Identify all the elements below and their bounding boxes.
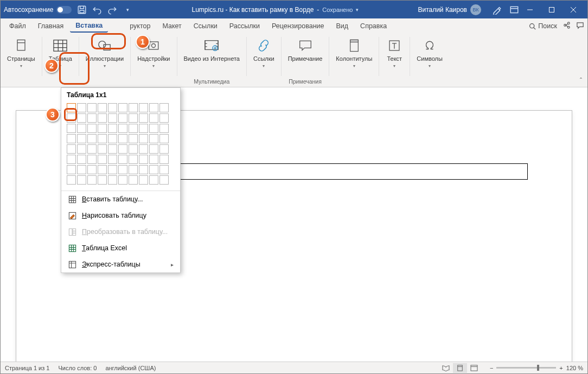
comments-icon[interactable] [576,21,584,31]
zoom-value[interactable]: 120 % [566,365,583,371]
grid-cell[interactable] [77,134,86,143]
grid-cell[interactable] [129,134,138,143]
grid-cell[interactable] [149,124,158,133]
illustrations-button[interactable]: Иллюстрации ▾ [82,36,127,69]
grid-cell[interactable] [98,175,107,185]
grid-cell[interactable] [77,113,86,123]
tab-help[interactable]: Справка [355,20,392,32]
grid-cell[interactable] [87,155,97,164]
grid-cell[interactable] [149,165,158,174]
grid-cell[interactable] [118,124,127,133]
grid-cell[interactable] [129,124,138,133]
grid-cell[interactable] [108,175,117,185]
online-video-button[interactable]: Видео из Интернета [181,36,243,64]
grid-cell[interactable] [87,165,97,174]
undo-icon[interactable] [92,5,102,15]
links-button[interactable]: Ссылки ▾ [250,36,278,69]
quick-tables-item[interactable]: Экспресс-таблицы ▸ [61,256,180,272]
insert-table-item[interactable]: Вставить таблицу... [61,191,180,207]
grid-cell[interactable] [87,144,97,154]
close-button[interactable] [563,1,584,18]
inserted-frame[interactable] [169,163,528,180]
grid-cell[interactable] [87,113,97,123]
tab-mailings[interactable]: Рассылки [224,20,265,32]
redo-icon[interactable] [107,5,117,15]
qat-more-icon[interactable]: ▾ [123,5,132,15]
comment-button[interactable]: Примечание [285,36,326,64]
grid-cell[interactable] [87,103,97,112]
language-indicator[interactable]: английский (США) [105,365,156,371]
grid-cell[interactable] [149,155,158,164]
grid-cell[interactable] [87,134,97,143]
grid-cell[interactable] [77,144,86,154]
grid-cell[interactable] [77,175,86,185]
grid-cell[interactable] [139,144,148,154]
grid-cell[interactable] [77,155,86,164]
grid-cell[interactable] [108,134,117,143]
grid-cell[interactable] [108,113,117,123]
maximize-button[interactable] [541,1,563,18]
grid-cell[interactable] [159,165,169,174]
grid-cell[interactable] [159,124,169,133]
user-account[interactable]: Виталий Каиров ВК [418,4,481,15]
zoom-slider[interactable] [496,367,556,369]
grid-cell[interactable] [129,113,138,123]
excel-table-item[interactable]: Таблица Excel [61,240,180,256]
grid-cell[interactable] [67,165,76,174]
tab-design-partial[interactable]: руктор [109,20,156,32]
grid-cell[interactable] [98,103,107,112]
minimize-button[interactable] [519,1,541,18]
grid-cell[interactable] [139,175,148,185]
ribbon-display-icon[interactable] [509,5,519,15]
grid-cell[interactable] [129,165,138,174]
grid-cell[interactable] [67,103,76,112]
grid-cell[interactable] [159,144,169,154]
grid-cell[interactable] [77,103,86,112]
grid-cell[interactable] [67,175,76,185]
collapse-ribbon-icon[interactable]: ˆ [580,77,582,85]
web-layout-icon[interactable] [467,363,481,373]
grid-cell[interactable] [159,175,169,185]
grid-cell[interactable] [98,155,107,164]
grid-cell[interactable] [149,134,158,143]
grid-cell[interactable] [67,134,76,143]
grid-cell[interactable] [118,165,127,174]
read-mode-icon[interactable] [439,363,453,373]
symbols-button[interactable]: Символы ▾ [413,36,446,69]
save-icon[interactable] [77,5,87,15]
tab-view[interactable]: Вид [330,20,354,32]
tab-insert[interactable]: Вставка [70,20,108,33]
grid-cell[interactable] [98,134,107,143]
text-button[interactable]: Текст ▾ [382,36,406,69]
grid-cell[interactable] [87,175,97,185]
tab-file[interactable]: Файл [4,20,31,32]
grid-cell[interactable] [159,155,169,164]
grid-cell[interactable] [67,144,76,154]
paint-icon[interactable] [492,5,502,15]
grid-cell[interactable] [118,134,127,143]
grid-cell[interactable] [108,144,117,154]
grid-cell[interactable] [67,113,76,123]
grid-cell[interactable] [67,124,76,133]
grid-cell[interactable] [108,124,117,133]
toggle-switch[interactable] [56,6,72,14]
grid-cell[interactable] [118,144,127,154]
grid-cell[interactable] [98,144,107,154]
grid-cell[interactable] [118,155,127,164]
grid-cell[interactable] [108,165,117,174]
tab-review[interactable]: Рецензирование [266,20,330,32]
page-indicator[interactable]: Страница 1 из 1 [5,365,49,371]
tab-home[interactable]: Главная [33,20,69,32]
grid-cell[interactable] [129,103,138,112]
tab-references[interactable]: Ссылки [188,20,223,32]
autosave-toggle[interactable]: Автосохранение [4,6,72,14]
grid-cell[interactable] [159,134,169,143]
grid-cell[interactable] [77,165,86,174]
grid-cell[interactable] [139,155,148,164]
grid-cell[interactable] [118,113,127,123]
grid-cell[interactable] [159,103,169,112]
grid-cell[interactable] [118,175,127,185]
draw-table-item[interactable]: Нарисовать таблицу [61,207,180,224]
headerfooter-button[interactable]: Колонтитулы ▾ [333,36,375,69]
zoom-out-icon[interactable]: − [490,365,493,371]
